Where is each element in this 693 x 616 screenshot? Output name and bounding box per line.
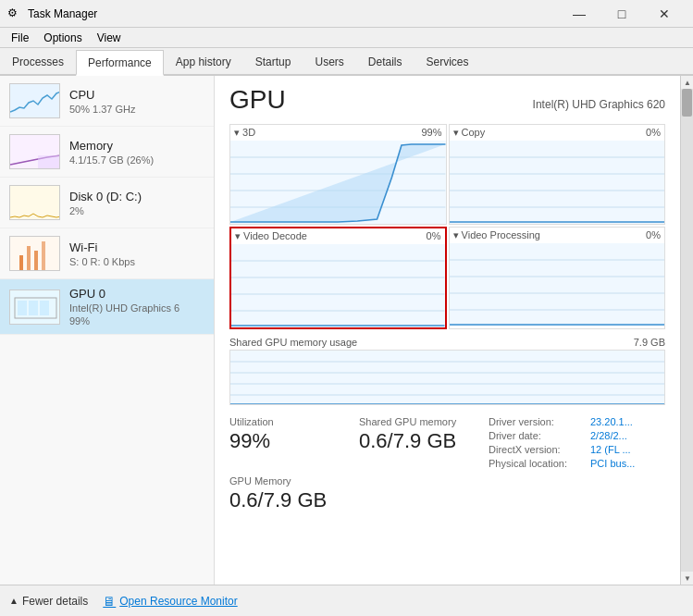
wifi-thumbnail [9,236,60,271]
memory-thumbnail [9,134,60,169]
sidebar: CPU 50% 1.37 GHz Memory 4.1/15.7 GB (26%… [0,76,215,585]
svg-rect-8 [42,241,45,271]
chart-3d-label: ▾ 3D 99% [230,125,446,141]
tab-users[interactable]: Users [303,48,355,74]
svg-rect-7 [34,251,38,271]
chart-vp-value: 0% [646,229,661,241]
wifi-label: Wi-Fi [69,240,204,254]
close-button[interactable]: ✕ [643,0,686,28]
gpu-mem-label: GPU Memory [229,475,665,487]
gpu-info: GPU 0 Intel(R) UHD Graphics 6 99% [69,287,204,326]
chart-3d-arrow: ▾ 3D [234,127,255,139]
chart-copy: ▾ Copy 0% [449,124,666,225]
gpu-memory-row: GPU Memory 0.6/7.9 GB [229,475,665,512]
panel-subtitle: Intel(R) UHD Graphics 620 [533,98,665,111]
gpu-memory-section: Shared GPU memory usage 7.9 GB [229,335,665,405]
shared-memory-value: 0.6/7.9 GB [359,429,470,453]
directx-val: 12 (FL ... [590,444,631,455]
physical-location-row: Physical location: PCI bus... [489,458,655,469]
minimize-button[interactable]: — [558,0,600,28]
svg-rect-12 [29,301,38,315]
charts-grid: ▾ 3D 99% [229,124,665,329]
svg-rect-29 [450,243,665,326]
wifi-stat: S: 0 R: 0 Kbps [69,256,204,267]
chart-vd-label: ▾ Video Decode 0% [231,228,445,244]
driver-version-val: 23.20.1... [590,416,633,427]
monitor-link-label: Open Resource Monitor [119,595,237,608]
driver-date-key: Driver date: [489,430,590,441]
menu-file[interactable]: File [4,30,36,46]
cpu-thumbnail [9,83,60,118]
panel-header: GPU Intel(R) UHD Graphics 620 [229,85,665,115]
menu-options[interactable]: Options [36,30,89,46]
shared-memory-label: Shared GPU memory [359,416,470,427]
directx-row: DirectX version: 12 (FL ... [489,444,655,455]
tab-app-history[interactable]: App history [164,48,243,74]
chart-vd-value: 0% [427,230,441,242]
disk-info: Disk 0 (D: C:) 2% [69,190,204,216]
tab-details[interactable]: Details [356,48,415,74]
fewer-details-label: Fewer details [22,595,88,608]
monitor-icon: 🖥 [103,594,116,609]
svg-rect-24 [231,244,445,327]
tab-startup[interactable]: Startup [243,48,303,74]
utilization-label: Utilization [229,416,340,427]
gpu-model: Intel(R) UHD Graphics 6 [69,302,204,314]
scroll-track [681,89,693,572]
wifi-info: Wi-Fi S: 0 R: 0 Kbps [69,240,204,267]
chart-3d-value: 99% [421,127,441,139]
cpu-info: CPU 50% 1.37 GHz [69,88,204,115]
panel-title: GPU [229,85,286,115]
scroll-thumb[interactable] [682,89,692,117]
app-icon: ⚙ [7,6,22,21]
menu-view[interactable]: View [90,30,129,46]
window-controls: — □ ✕ [558,0,686,28]
scroll-down-button[interactable]: ▼ [681,572,693,585]
sidebar-item-wifi[interactable]: Wi-Fi S: 0 R: 0 Kbps [0,228,214,279]
chart-copy-area [450,141,665,224]
directx-key: DirectX version: [489,444,590,455]
chart-copy-label: ▾ Copy 0% [450,125,665,141]
gpu-memory-chart [229,350,665,405]
cpu-stat: 50% 1.37 GHz [69,104,204,115]
scroll-up-button[interactable]: ▲ [681,76,693,89]
svg-rect-2 [38,155,60,169]
sidebar-item-memory[interactable]: Memory 4.1/15.7 GB (26%) [0,127,214,178]
memory-label-row: Shared GPU memory usage 7.9 GB [229,335,665,350]
chart-3d-area [230,141,446,224]
stats-section: Utilization 99% Shared GPU memory 0.6/7.… [229,416,665,472]
sidebar-item-cpu[interactable]: CPU 50% 1.37 GHz [0,76,214,127]
fewer-details-button[interactable]: ▲ Fewer details [9,595,88,608]
utilization-value: 99% [229,429,340,453]
driver-date-row: Driver date: 2/28/2... [489,430,655,441]
open-resource-monitor-link[interactable]: 🖥 Open Resource Monitor [103,594,237,609]
main-content: CPU 50% 1.37 GHz Memory 4.1/15.7 GB (26%… [0,76,693,585]
tab-services[interactable]: Services [415,48,481,74]
svg-rect-5 [19,255,23,271]
gpu-memory-total: 7.9 GB [634,337,665,348]
gpu-mem-value: 0.6/7.9 GB [229,488,665,512]
chevron-up-icon: ▲ [9,596,19,606]
physical-location-val: PCI bus... [590,458,635,469]
chart-vp-arrow: ▾ Video Processing [453,229,540,241]
chart-video-processing: ▾ Video Processing 0% [449,227,666,329]
sidebar-item-disk[interactable]: Disk 0 (D: C:) 2% [0,178,214,228]
chart-video-decode: ▾ Video Decode 0% [229,227,447,329]
tabbar: Processes Performance App history Startu… [0,48,693,76]
titlebar: ⚙ Task Manager — □ ✕ [0,0,693,28]
tab-performance[interactable]: Performance [76,50,164,76]
memory-info: Memory 4.1/15.7 GB (26%) [69,139,204,166]
menubar: File Options View [0,28,693,48]
svg-rect-13 [40,301,49,315]
tab-processes[interactable]: Processes [0,48,76,74]
svg-rect-6 [27,246,31,271]
sidebar-item-gpu[interactable]: GPU 0 Intel(R) UHD Graphics 6 99% [0,279,214,335]
disk-label: Disk 0 (D: C:) [69,190,204,203]
chart-copy-value: 0% [646,127,661,139]
physical-location-key: Physical location: [489,458,590,469]
scrollbar: ▲ ▼ [680,76,693,585]
svg-rect-34 [230,351,664,405]
chart-vp-area [450,243,665,326]
maximize-button[interactable]: □ [600,0,643,28]
driver-date-val: 2/28/2... [590,430,627,441]
